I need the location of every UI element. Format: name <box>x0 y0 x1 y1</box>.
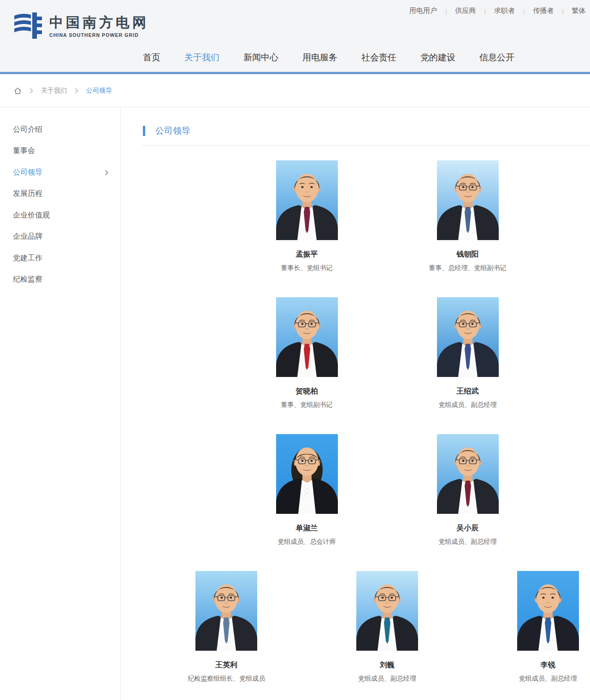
logo-subtitle: CHINA SOUTHERN POWER GRID <box>49 32 149 38</box>
sidebar-item-5[interactable]: 企业价值观 <box>0 205 120 226</box>
leader-title: 党组成员、副总经理 <box>387 401 548 409</box>
nav-accent-line <box>0 72 590 74</box>
leader-name: 刘巍 <box>307 660 468 670</box>
leader-row: 贺晓柏董事、党组副书记王绍武党组成员、副总经理 <box>146 297 590 409</box>
leader-card: 单淑兰党组成员、总会计师 <box>226 434 387 546</box>
leader-photo[interactable] <box>276 297 338 377</box>
leader-photo[interactable] <box>356 571 418 651</box>
breadcrumb-about[interactable]: 关于我们 <box>41 87 67 95</box>
nav-item-7[interactable]: 信息公开 <box>479 52 514 64</box>
top-links: 用电用户|供应商|求职者|传播者|繁体 <box>409 6 586 15</box>
top-link-4[interactable]: 传播者 <box>533 6 554 15</box>
nav-item-6[interactable]: 党的建设 <box>420 52 455 64</box>
leader-photo[interactable] <box>195 571 257 651</box>
leader-photo[interactable] <box>276 160 338 240</box>
leader-name: 单淑兰 <box>226 524 387 533</box>
sidebar: 公司介绍董事会公司领导发展历程企业价值观企业品牌党建工作纪检监察 <box>0 107 121 700</box>
leader-title: 党组成员、副总经理 <box>307 675 468 683</box>
leader-name: 王绍武 <box>387 387 548 396</box>
leader-row: 孟振平董事长、党组书记钱朝阳董事、总经理、党组副书记 <box>146 160 590 272</box>
logo-icon <box>13 12 43 40</box>
leader-row: 单淑兰党组成员、总会计师吴小辰党组成员、副总经理 <box>146 434 590 546</box>
main-nav: 首页关于我们新闻中心用电服务社会责任党的建设信息公开 <box>143 52 514 64</box>
leader-title: 董事长、党组书记 <box>226 264 387 272</box>
leader-row: 王英利纪检监察组组长、党组成员刘巍党组成员、副总经理李锐党组成员、副总经理 <box>146 571 590 683</box>
site-header: 用电用户|供应商|求职者|传播者|繁体 中国南方电网 CHINA SOUTHER… <box>0 0 590 74</box>
leader-name: 李锐 <box>467 660 590 670</box>
page: 用电用户|供应商|求职者|传播者|繁体 中国南方电网 CHINA SOUTHER… <box>0 0 590 700</box>
leader-card: 李锐党组成员、副总经理 <box>467 571 590 683</box>
sidebar-item-2[interactable]: 董事会 <box>0 141 120 162</box>
sidebar-item-8[interactable]: 纪检监察 <box>0 269 120 291</box>
leader-card: 刘巍党组成员、副总经理 <box>307 571 468 683</box>
logo-title: 中国南方电网 <box>49 15 149 31</box>
top-link-1[interactable]: 用电用户 <box>409 6 437 15</box>
home-icon[interactable] <box>14 87 22 94</box>
leader-photo[interactable] <box>276 434 338 514</box>
sidebar-item-3[interactable]: 公司领导 <box>0 162 120 183</box>
chevron-right-icon <box>105 170 108 176</box>
leader-title: 党组成员、副总经理 <box>387 538 548 546</box>
top-link-separator: | <box>562 7 563 14</box>
leader-name: 钱朝阳 <box>387 250 548 259</box>
leader-card: 孟振平董事长、党组书记 <box>226 160 387 272</box>
chevron-right-icon <box>30 88 33 94</box>
top-link-separator: | <box>445 7 447 14</box>
sidebar-item-label: 纪检监察 <box>13 275 42 284</box>
nav-item-3[interactable]: 新闻中心 <box>243 52 278 64</box>
page-title-text: 公司领导 <box>155 125 190 137</box>
breadcrumb: 关于我们 公司领导 <box>14 87 112 95</box>
leader-photo[interactable] <box>437 297 499 377</box>
leader-photo[interactable] <box>437 434 499 514</box>
nav-item-4[interactable]: 用电服务 <box>302 52 337 64</box>
title-accent-bar <box>143 126 145 136</box>
sidebar-item-7[interactable]: 党建工作 <box>0 247 120 269</box>
top-link-3[interactable]: 求职者 <box>494 6 515 15</box>
sidebar-item-label: 董事会 <box>13 146 35 156</box>
nav-item-1[interactable]: 首页 <box>143 52 160 64</box>
leader-name: 贺晓柏 <box>226 387 387 396</box>
top-link-5[interactable]: 繁体 <box>572 6 586 15</box>
main-content: 公司领导 孟振平董事长、党组书记钱朝阳董事、总经理、党组副书记贺晓柏董事、党组副… <box>121 107 590 700</box>
leader-card: 王英利纪检监察组组长、党组成员 <box>146 571 307 683</box>
leader-card: 王绍武党组成员、副总经理 <box>387 297 548 409</box>
leader-title: 董事、党组副书记 <box>226 401 387 409</box>
sidebar-item-label: 发展历程 <box>13 189 42 199</box>
top-link-separator: | <box>523 7 525 14</box>
leader-title: 纪检监察组组长、党组成员 <box>146 675 307 683</box>
page-title: 公司领导 <box>143 125 190 137</box>
nav-item-2[interactable]: 关于我们 <box>184 52 219 64</box>
sidebar-item-6[interactable]: 企业品牌 <box>0 226 120 248</box>
leader-card: 吴小辰党组成员、副总经理 <box>387 434 548 546</box>
leader-title: 董事、总经理、党组副书记 <box>387 264 548 272</box>
leader-card: 钱朝阳董事、总经理、党组副书记 <box>387 160 548 272</box>
leader-title: 党组成员、副总经理 <box>467 675 590 683</box>
sidebar-item-1[interactable]: 公司介绍 <box>0 119 120 141</box>
logo-text: 中国南方电网 CHINA SOUTHERN POWER GRID <box>49 15 149 38</box>
top-link-2[interactable]: 供应商 <box>455 6 476 15</box>
title-divider <box>142 145 590 146</box>
sidebar-item-4[interactable]: 发展历程 <box>0 183 120 205</box>
chevron-right-icon <box>75 88 78 94</box>
sidebar-item-label: 企业品牌 <box>13 232 42 241</box>
leader-name: 吴小辰 <box>387 524 548 533</box>
sidebar-item-label: 党建工作 <box>13 253 42 263</box>
breadcrumb-current[interactable]: 公司领导 <box>86 87 112 95</box>
leader-photo[interactable] <box>517 571 579 651</box>
top-link-separator: | <box>484 7 485 14</box>
sidebar-item-label: 公司领导 <box>13 168 42 177</box>
sidebar-item-label: 公司介绍 <box>13 125 42 135</box>
leader-photo[interactable] <box>437 160 499 240</box>
nav-item-5[interactable]: 社会责任 <box>361 52 396 64</box>
leader-card: 贺晓柏董事、党组副书记 <box>226 297 387 409</box>
leader-name: 孟振平 <box>226 250 387 259</box>
leader-name: 王英利 <box>146 660 307 670</box>
logo[interactable]: 中国南方电网 CHINA SOUTHERN POWER GRID <box>13 12 149 40</box>
leader-title: 党组成员、总会计师 <box>226 538 387 546</box>
leaders-grid: 孟振平董事长、党组书记钱朝阳董事、总经理、党组副书记贺晓柏董事、党组副书记王绍武… <box>146 160 590 700</box>
sidebar-item-label: 企业价值观 <box>13 211 50 220</box>
